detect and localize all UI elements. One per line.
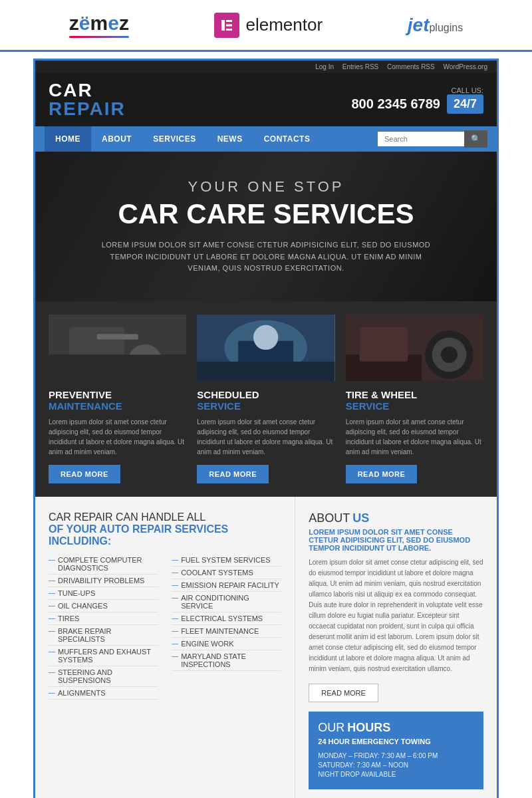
hours-row-2: SATURDAY: 7:30 AM – NOON: [318, 761, 474, 769]
list-item: MARYLAND STATE INSPECTIONS: [172, 650, 281, 671]
services-col-2: FUEL SYSTEM SERVICES COOLANT SYSTEMS EMI…: [172, 554, 281, 700]
service-title-2-main: SCHEDULED: [197, 389, 334, 400]
list-item: EMISSION REPAIR FACILITY: [172, 579, 281, 592]
services-strip: PREVENTIVE MAINTENANCE Lorem ipsum dolor…: [35, 301, 497, 497]
logo-bar: zëmez elementor jetplugins: [0, 0, 532, 52]
wordpress-link[interactable]: WordPress.org: [443, 63, 487, 70]
read-more-btn-1[interactable]: READ MORE: [49, 465, 120, 483]
logo-repair: REPAIR: [49, 100, 126, 118]
nav-bar: HOME ABOUT SERVICES NEWS CONTACTS 🔍: [35, 126, 497, 152]
nav-services[interactable]: SERVICES: [142, 126, 206, 152]
list-item: COOLANT SYSTEMS: [172, 567, 281, 579]
svg-rect-8: [49, 354, 186, 381]
service-desc-2: Lorem ipsum dolor sit amet conse ctetur …: [197, 417, 334, 457]
about-heading-strong: US: [352, 511, 369, 525]
hero-text: LOREM IPSUM DOLOR SIT AMET CONSE CTETUR …: [100, 239, 432, 275]
call-number: 800 2345 6789 24/7: [351, 94, 483, 114]
svg-rect-0: [221, 20, 225, 31]
hours-row-1: MONDAY – FRIDAY: 7:30 AM – 6:00 PM: [318, 752, 474, 759]
can-handle-heading2: OF YOUR AUTO REPAIR SERVICES INCLUDING:: [49, 523, 281, 547]
service-title-2-blue: SERVICE: [197, 400, 334, 412]
list-item: TIRES: [49, 612, 158, 625]
about-desc: Lorem ipsum dolor sit amet conse ctetur …: [309, 557, 483, 674]
site-header: CAR REPAIR CALL US: 800 2345 6789 24/7: [35, 73, 497, 126]
header-right: CALL US: 800 2345 6789 24/7: [351, 86, 483, 114]
list-item: FLEET MAINTENANCE: [172, 625, 281, 638]
nav-search: 🔍: [378, 130, 487, 148]
about-subtext: LOREM IPSUM DOLOR SIT AMET CONSE CTETUR …: [309, 528, 483, 552]
list-item: TUNE-UPS: [49, 587, 158, 600]
list-item: AIR CONDITIONING SERVICE: [172, 592, 281, 612]
elementor-icon: [214, 13, 239, 38]
site-wrapper: Log In Entries RSS Comments RSS WordPres…: [33, 59, 499, 798]
hero-section: YOUR ONE STOP CAR CARE SERVICES LOREM IP…: [35, 152, 497, 301]
hero-title: CAR CARE SERVICES: [118, 198, 414, 230]
badge-247: 24/7: [447, 94, 483, 114]
list-item: STEERING AND SUSPENSIONS: [49, 666, 158, 687]
utility-bar: Log In Entries RSS Comments RSS WordPres…: [35, 61, 497, 73]
svg-rect-9: [97, 334, 138, 339]
elementor-text: elementor: [246, 15, 323, 35]
list-item: ALIGNMENTS: [49, 687, 158, 700]
svg-point-13: [253, 325, 278, 350]
service-img-tire: [346, 315, 483, 381]
can-handle-heading1: CAR REPAIR CAN HANDLE ALL: [49, 511, 281, 523]
service-desc-1: Lorem ipsum dolor sit amet conse ctetur …: [49, 417, 186, 457]
search-input[interactable]: [378, 132, 464, 146]
nav-contacts[interactable]: CONTACTS: [253, 126, 321, 152]
list-item: OIL CHANGES: [49, 600, 158, 612]
services-cols: COMPLETE COMPUTER DIAGNOSTICS DRIVABILIT…: [49, 554, 281, 700]
services-list-2: FUEL SYSTEM SERVICES COOLANT SYSTEMS EMI…: [172, 554, 281, 671]
list-item: ELECTRICAL SYSTEMS: [172, 612, 281, 625]
svg-rect-1: [226, 20, 232, 22]
call-label: CALL US:: [451, 86, 483, 94]
list-item: FUEL SYSTEM SERVICES: [172, 554, 281, 567]
list-item: ENGINE WORK: [172, 638, 281, 650]
list-item: MUFFLERS AND EXHAUST SYSTEMS: [49, 646, 158, 666]
hours-heading-strong: HOURS: [347, 721, 390, 735]
nav-home[interactable]: HOME: [45, 126, 91, 152]
list-item: DRIVABILITY PROBLEMS: [49, 575, 158, 587]
login-link[interactable]: Log In: [315, 63, 334, 70]
list-item: COMPLETE COMPUTER DIAGNOSTICS: [49, 554, 158, 575]
nav-news[interactable]: NEWS: [207, 126, 253, 152]
read-more-btn-3[interactable]: READ MORE: [346, 465, 418, 483]
hero-sub: YOUR ONE STOP: [188, 178, 344, 196]
services-list-1: COMPLETE COMPUTER DIAGNOSTICS DRIVABILIT…: [49, 554, 158, 700]
hours-emergency: 24 HOUR EMERGENCY TOWING: [318, 737, 474, 745]
service-card-scheduled: SCHEDULED SERVICE Lorem ipsum dolor sit …: [197, 315, 334, 483]
svg-point-18: [441, 346, 458, 363]
svg-rect-3: [226, 29, 232, 31]
svg-rect-20: [359, 327, 408, 362]
logo-car: CAR: [49, 81, 126, 100]
comments-rss-link[interactable]: Comments RSS: [387, 63, 435, 70]
info-section: CAR REPAIR CAN HANDLE ALL OF YOUR AUTO R…: [35, 497, 497, 798]
elementor-logo: elementor: [214, 13, 323, 38]
about-read-more-btn[interactable]: READ MORE: [309, 684, 378, 702]
site-logo: CAR REPAIR: [49, 81, 126, 118]
read-more-btn-2[interactable]: READ MORE: [197, 465, 269, 483]
zemes-logo: zëmez: [69, 12, 129, 38]
about-section: ABOUT US LOREM IPSUM DOLOR SIT AMET CONS…: [295, 497, 497, 798]
search-button[interactable]: 🔍: [464, 130, 487, 148]
hours-heading: OUR: [318, 721, 344, 735]
entries-rss-link[interactable]: Entries RSS: [342, 63, 378, 70]
service-title-1-blue: MAINTENANCE: [49, 400, 186, 412]
service-title-1-main: PREVENTIVE: [49, 389, 186, 400]
service-card-preventive: PREVENTIVE MAINTENANCE Lorem ipsum dolor…: [49, 315, 186, 483]
can-handle-section: CAR REPAIR CAN HANDLE ALL OF YOUR AUTO R…: [35, 497, 295, 798]
svg-rect-14: [197, 362, 334, 381]
about-heading: ABOUT: [309, 511, 350, 525]
nav-about[interactable]: ABOUT: [91, 126, 142, 152]
phone-number: 800 2345 6789: [351, 96, 440, 112]
svg-rect-2: [226, 24, 232, 26]
services-col-1: COMPLETE COMPUTER DIAGNOSTICS DRIVABILIT…: [49, 554, 158, 700]
service-title-3-blue: SERVICE: [346, 400, 483, 412]
service-card-tire: TIRE & WHEEL SERVICE Lorem ipsum dolor s…: [346, 315, 483, 483]
service-title-3-main: TIRE & WHEEL: [346, 389, 483, 400]
service-img-scheduled: [197, 315, 334, 381]
service-desc-3: Lorem ipsum dolor sit amet conse ctetur …: [346, 417, 483, 457]
list-item: BRAKE REPAIR SPECIALISTS: [49, 625, 158, 646]
hours-row-3: NIGHT DROP AVAILABLE: [318, 771, 474, 778]
service-img-preventive: [49, 315, 186, 381]
